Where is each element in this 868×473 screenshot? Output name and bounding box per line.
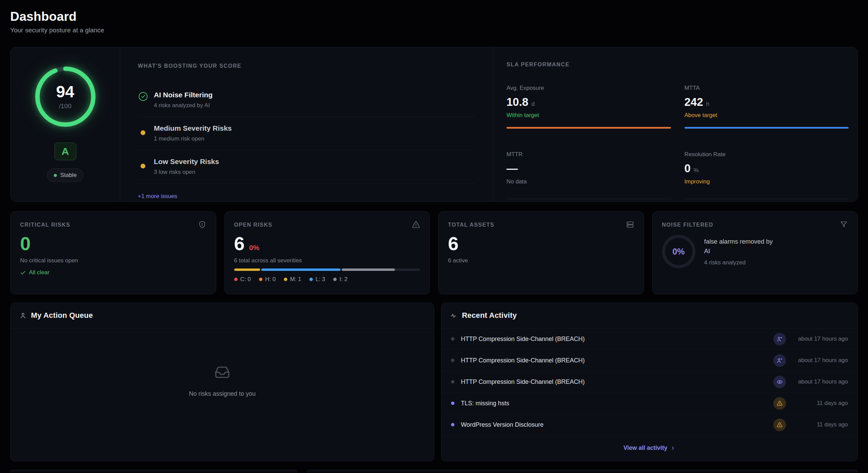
severity-legend: C: 0 H: 0 M: 1 L: 3 I: 2	[234, 276, 420, 283]
boost-item[interactable]: Medium Severity Risks 1 medium risk open	[138, 117, 475, 150]
status-dot-icon	[451, 337, 454, 341]
more-issues-link[interactable]: +1 more issues	[138, 193, 177, 200]
user-plus-icon	[773, 333, 786, 345]
metric-unit: %	[694, 167, 699, 174]
user-icon	[19, 312, 27, 319]
noise-subtitle: false alarms removed by AI	[704, 237, 776, 256]
legend-dot-low	[309, 278, 313, 281]
metric-value: —	[507, 163, 518, 174]
stat-title: OPEN RISKS	[234, 221, 273, 228]
noise-footnote: 4 risks analyzed	[704, 259, 776, 266]
legend-dot-high	[259, 278, 262, 281]
activity-time: 11 days ago	[792, 421, 848, 428]
check-icon	[20, 270, 26, 276]
legend-low: L: 3	[309, 276, 325, 283]
boost-item-title: Low Severity Risks	[154, 158, 219, 166]
sla-metric-avg-exposure: Avg. Exposure 10.8 d Within target	[507, 85, 671, 129]
boost-item-title: AI Noise Filtering	[154, 91, 213, 99]
boost-item[interactable]: Low Severity Risks 3 low risks open	[138, 150, 475, 184]
boost-item[interactable]: AI Noise Filtering 4 risks analyzed by A…	[138, 83, 475, 117]
legend-critical: C: 0	[234, 276, 251, 283]
metric-unit: d	[531, 101, 534, 108]
boost-heading: WHAT'S BOOSTING YOUR SCORE	[138, 63, 475, 69]
page-header: Dashboard Your security posture at a gla…	[10, 10, 858, 34]
noise-filtered-card[interactable]: NOISE FILTERED 0% false alarms removed b…	[652, 211, 858, 294]
critical-risks-card[interactable]: CRITICAL RISKS 0 No critical issues open…	[10, 211, 216, 294]
sla-column: SLA PERFORMANCE Avg. Exposure 10.8 d Wit…	[493, 47, 857, 201]
score-ring-center: 94 /100	[33, 64, 98, 129]
activity-time: about 17 hours ago	[792, 357, 848, 364]
metric-label: MTTA	[685, 85, 849, 92]
critical-subtitle: No critical issues open	[20, 257, 206, 264]
activity-row[interactable]: WordPress Version Disclosure 11 days ago	[442, 414, 857, 436]
metric-value: 10.8	[507, 96, 528, 108]
next-card-edge	[10, 470, 297, 472]
score-column: 94 /100 A Stable	[11, 47, 120, 201]
activity-time: about 17 hours ago	[792, 378, 848, 385]
boost-list: AI Noise Filtering 4 risks analyzed by A…	[138, 83, 475, 184]
severity-bar-medium	[234, 268, 260, 271]
trend-label: Stable	[60, 172, 77, 179]
sla-heading: SLA PERFORMANCE	[507, 62, 849, 68]
dashboard-page: Dashboard Your security posture at a gla…	[0, 0, 868, 473]
legend-medium: M: 1	[284, 276, 301, 283]
security-score-card: 94 /100 A Stable WHAT'S BOOSTING YOUR SC…	[10, 47, 858, 202]
eye-icon	[773, 376, 786, 388]
activity-title: TLS: missing hsts	[461, 400, 773, 407]
activity-icon	[450, 312, 457, 319]
status-dot-icon	[451, 359, 454, 362]
action-queue-panel: My Action Queue No risks assigned to you	[10, 303, 434, 461]
severity-bar-info	[342, 268, 395, 271]
filter-icon	[840, 221, 848, 229]
status-dot-icon	[451, 423, 454, 426]
activity-row[interactable]: HTTP Compression Side-Channel (BREACH) a…	[442, 328, 857, 350]
sla-metric-resolution-rate: Resolution Rate 0 % Improving	[685, 151, 849, 199]
queue-empty-text: No risks assigned to you	[11, 390, 434, 397]
metric-divider	[685, 199, 849, 199]
shield-alert-icon	[198, 221, 206, 229]
grade-badge: A	[54, 143, 76, 160]
score-value: 94	[56, 84, 74, 100]
alert-triangle-icon	[773, 419, 786, 431]
metric-divider	[507, 199, 671, 199]
trend-badge: Stable	[47, 168, 83, 182]
activity-title: HTTP Compression Side-Channel (BREACH)	[461, 378, 773, 386]
total-assets-card[interactable]: TOTAL ASSETS 6 6 active	[438, 211, 644, 294]
score-max: /100	[59, 102, 71, 110]
metric-progress-bar	[507, 127, 671, 129]
boost-item-title: Medium Severity Risks	[154, 124, 232, 132]
activity-row[interactable]: HTTP Compression Side-Channel (BREACH) a…	[442, 371, 857, 393]
queue-empty-state: No risks assigned to you	[11, 328, 434, 397]
boost-item-subtitle: 1 medium risk open	[154, 135, 232, 142]
panel-title: My Action Queue	[31, 311, 93, 320]
metric-value: 242	[685, 96, 703, 108]
boost-column: WHAT'S BOOSTING YOUR SCORE AI Noise Filt…	[120, 47, 493, 201]
activity-time: 11 days ago	[792, 400, 848, 407]
boost-item-subtitle: 4 risks analyzed by AI	[154, 102, 213, 109]
activity-row[interactable]: TLS: missing hsts 11 days ago	[442, 393, 857, 414]
assets-subtitle: 6 active	[448, 257, 634, 264]
activity-row[interactable]: HTTP Compression Side-Channel (BREACH) a…	[442, 350, 857, 371]
metric-status: Above target	[685, 112, 849, 119]
open-risks-card[interactable]: OPEN RISKS 6 0% 6 total across all sever…	[224, 211, 430, 294]
metric-status: No data	[507, 178, 671, 185]
open-count: 6	[234, 234, 245, 253]
alert-triangle-icon	[412, 221, 420, 229]
inbox-icon	[214, 364, 230, 380]
metric-label: MTTR	[507, 151, 671, 158]
low-severity-dot-icon	[138, 158, 148, 168]
activity-title: HTTP Compression Side-Channel (BREACH)	[461, 336, 773, 343]
stat-title: NOISE FILTERED	[662, 221, 713, 228]
metric-label: Avg. Exposure	[507, 85, 671, 92]
alert-triangle-icon	[773, 397, 786, 410]
legend-dot-info	[333, 278, 337, 281]
assets-count: 6	[448, 234, 634, 253]
stat-title: TOTAL ASSETS	[448, 221, 494, 228]
activity-title: HTTP Compression Side-Channel (BREACH)	[461, 357, 773, 364]
severity-bar	[234, 268, 420, 271]
recent-activity-panel: Recent Activity HTTP Compression Side-Ch…	[441, 303, 858, 461]
severity-bar-low	[261, 268, 340, 271]
user-plus-icon	[773, 354, 786, 367]
view-all-activity-link[interactable]: View all activity	[441, 436, 857, 461]
activity-list: HTTP Compression Side-Channel (BREACH) a…	[441, 328, 857, 436]
